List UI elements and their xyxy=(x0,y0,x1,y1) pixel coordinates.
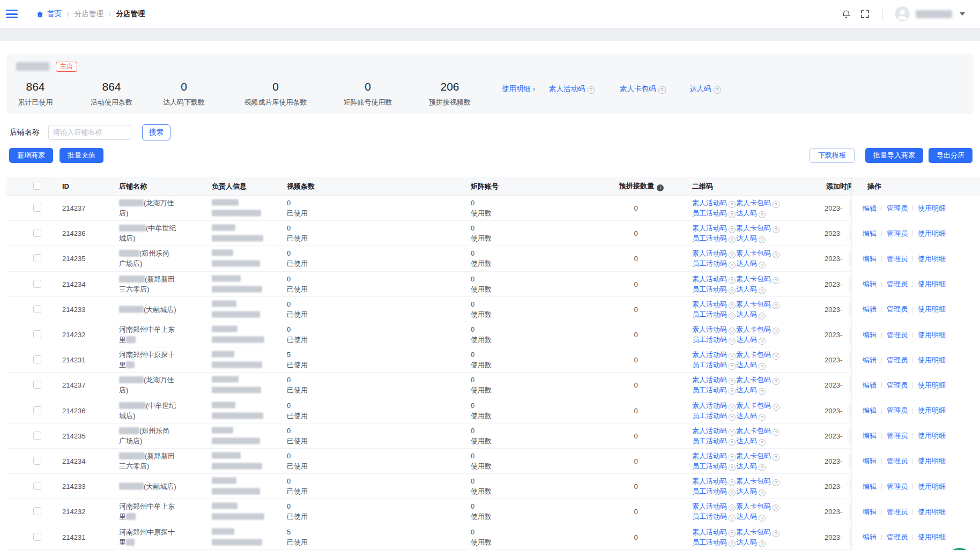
help-question-icon[interactable]: ? xyxy=(729,464,736,471)
row-checkbox[interactable] xyxy=(33,381,41,389)
help-question-icon[interactable]: ? xyxy=(729,540,736,547)
row-action-link[interactable]: 管理员 xyxy=(887,279,908,289)
help-question-icon[interactable]: ? xyxy=(773,251,779,258)
help-question-icon[interactable]: ? xyxy=(729,378,736,385)
row-checkbox[interactable] xyxy=(33,533,41,541)
help-question-icon[interactable]: ? xyxy=(714,86,721,94)
row-checkbox[interactable] xyxy=(33,406,41,414)
help-question-icon[interactable]: ? xyxy=(729,479,736,486)
row-action-link[interactable]: 使用明细 xyxy=(918,507,946,517)
row-checkbox[interactable] xyxy=(33,305,41,313)
help-question-icon[interactable]: ? xyxy=(773,378,779,385)
row-action-link[interactable]: 使用明细 xyxy=(918,279,946,289)
qr-link[interactable]: 素人卡包码 xyxy=(736,427,771,435)
row-action-link[interactable]: 管理员 xyxy=(887,254,908,264)
help-question-icon[interactable]: ? xyxy=(729,201,736,208)
qr-link[interactable]: 素人卡包码 xyxy=(736,528,771,536)
row-action-link[interactable]: 编辑 xyxy=(863,507,877,517)
row-action-link[interactable]: 管理员 xyxy=(887,532,908,542)
help-question-icon[interactable]: ? xyxy=(773,277,779,284)
help-question-icon[interactable]: ? xyxy=(773,353,779,360)
row-action-link[interactable]: 使用明细 xyxy=(918,330,946,340)
help-question-icon[interactable]: ? xyxy=(773,201,779,208)
help-question-icon[interactable]: ? xyxy=(773,454,779,461)
qr-link[interactable]: 素人卡包码 xyxy=(736,325,771,333)
batch-import-button[interactable]: 批量导入商家 xyxy=(865,148,923,163)
qr-link[interactable]: 员工活动码 xyxy=(692,462,727,470)
row-action-link[interactable]: 编辑 xyxy=(863,279,877,289)
help-question-icon[interactable]: ? xyxy=(773,328,779,335)
qr-link[interactable]: 素人活动码 xyxy=(692,275,727,283)
qr-link[interactable]: 达人码 xyxy=(736,487,757,495)
help-question-icon[interactable]: ? xyxy=(773,429,779,436)
avatar[interactable] xyxy=(895,6,910,21)
qr-link[interactable]: 员工活动码 xyxy=(692,209,727,217)
help-question-icon[interactable]: ? xyxy=(759,414,766,421)
row-action-link[interactable]: 使用明细 xyxy=(918,304,946,314)
help-question-icon[interactable]: ? xyxy=(729,489,736,496)
qr-link[interactable]: 达人码 xyxy=(736,209,757,217)
qr-link[interactable]: 达人码 xyxy=(736,437,757,445)
qr-link[interactable]: 员工活动码 xyxy=(692,487,727,495)
qr-link[interactable]: 员工活动码 xyxy=(692,259,727,267)
row-action-link[interactable]: 使用明细 xyxy=(918,254,946,264)
help-question-icon[interactable]: ? xyxy=(773,479,779,486)
row-checkbox[interactable] xyxy=(33,482,41,490)
row-action-link[interactable]: 编辑 xyxy=(863,254,877,264)
help-question-icon[interactable]: ? xyxy=(729,353,736,360)
row-action-link[interactable]: 使用明细 xyxy=(918,355,946,365)
select-all-checkbox[interactable] xyxy=(33,182,41,190)
help-question-icon[interactable]: ? xyxy=(729,414,736,421)
qr-link[interactable]: 素人活动码 xyxy=(692,452,727,460)
qr-link[interactable]: 员工活动码 xyxy=(692,234,727,242)
qr-link[interactable]: 员工活动码 xyxy=(692,437,727,445)
help-question-icon[interactable]: ? xyxy=(729,236,736,243)
qr-link[interactable]: 达人码 xyxy=(736,512,757,521)
help-question-icon[interactable]: ? xyxy=(658,86,666,94)
qr-link[interactable]: 员工活动码 xyxy=(692,285,727,293)
qr-link[interactable]: 员工活动码 xyxy=(692,512,727,521)
qr-link[interactable]: 素人活动码 xyxy=(692,477,727,485)
qr-link[interactable]: 素人活动码 xyxy=(692,325,727,333)
qr-link[interactable]: 素人卡包码 xyxy=(736,275,771,283)
help-question-icon[interactable]: ? xyxy=(759,540,766,547)
row-action-link[interactable]: 管理员 xyxy=(887,304,908,314)
help-question-icon[interactable]: ? xyxy=(729,313,736,319)
row-action-link[interactable]: 管理员 xyxy=(887,381,908,390)
qr-link[interactable]: 素人卡包码 xyxy=(736,300,771,308)
qr-link[interactable]: 达人码 xyxy=(736,285,757,293)
row-action-link[interactable]: 管理员 xyxy=(887,456,908,466)
qr-link[interactable]: 达人码 xyxy=(736,386,757,394)
chevron-down-icon[interactable] xyxy=(960,12,965,16)
qr-link[interactable]: 达人码 xyxy=(736,538,757,546)
row-checkbox[interactable] xyxy=(33,254,41,262)
help-question-icon[interactable]: ? xyxy=(759,515,766,522)
qr-code-link[interactable]: 达人码? xyxy=(689,84,721,94)
info-icon[interactable]: i xyxy=(657,184,664,191)
qr-link[interactable]: 达人码 xyxy=(736,412,757,420)
qr-link[interactable]: 素人活动码 xyxy=(692,199,727,207)
qr-link[interactable]: 员工活动码 xyxy=(692,310,727,318)
help-question-icon[interactable]: ? xyxy=(759,439,766,446)
qr-link[interactable]: 达人码 xyxy=(736,336,757,344)
search-input[interactable] xyxy=(48,125,131,140)
fullscreen-icon[interactable] xyxy=(860,10,870,19)
row-action-link[interactable]: 编辑 xyxy=(863,330,877,340)
row-action-link[interactable]: 编辑 xyxy=(863,431,877,441)
row-action-link[interactable]: 管理员 xyxy=(887,330,908,340)
help-question-icon[interactable]: ? xyxy=(729,429,736,436)
help-question-icon[interactable]: ? xyxy=(729,404,736,411)
help-question-icon[interactable]: ? xyxy=(729,287,736,294)
qr-link[interactable]: 员工活动码 xyxy=(692,412,727,420)
row-action-link[interactable]: 使用明细 xyxy=(918,381,946,390)
row-action-link[interactable]: 编辑 xyxy=(863,204,877,213)
notification-bell-icon[interactable] xyxy=(841,9,851,19)
row-action-link[interactable]: 编辑 xyxy=(863,532,877,542)
help-question-icon[interactable]: ? xyxy=(759,211,766,218)
row-action-link[interactable]: 使用明细 xyxy=(918,482,946,492)
menu-toggle-icon[interactable] xyxy=(6,10,18,18)
qr-link[interactable]: 素人活动码 xyxy=(692,351,727,359)
download-template-button[interactable]: 下载模板 xyxy=(810,148,855,163)
help-question-icon[interactable]: ? xyxy=(729,439,736,446)
qr-link[interactable]: 素人活动码 xyxy=(692,249,727,257)
